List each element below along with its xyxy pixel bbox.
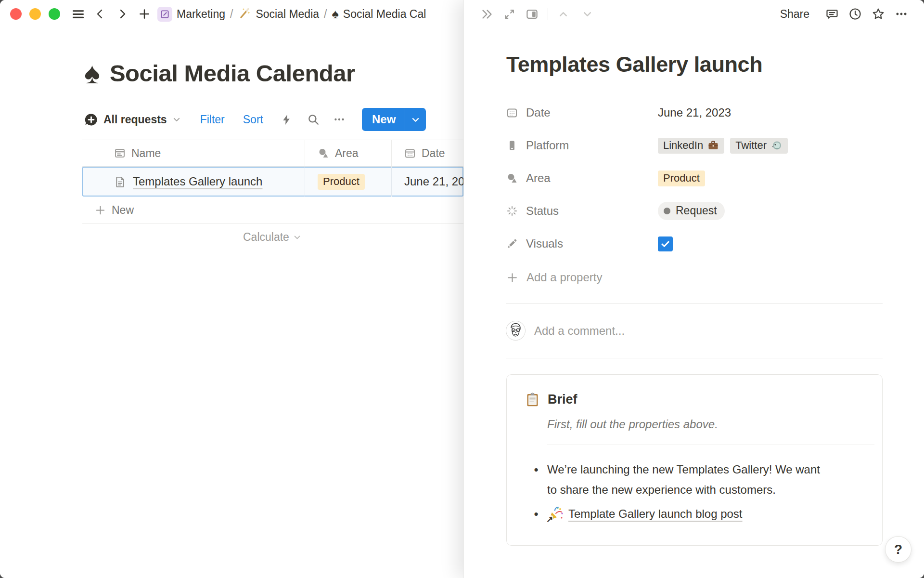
sidebar-menu-icon[interactable] — [69, 5, 87, 23]
status-dot — [664, 208, 670, 214]
nav-forward-icon[interactable] — [113, 5, 131, 23]
property-value-area[interactable]: Product — [658, 171, 705, 186]
bullet-item[interactable]: • ↗ Template Gallery launch blog post — [525, 504, 870, 524]
updates-clock-icon[interactable] — [846, 5, 864, 23]
cell-area[interactable]: Product — [305, 167, 392, 197]
property-row-area: Area Product — [506, 162, 883, 195]
property-label-date[interactable]: Date — [506, 106, 658, 119]
column-header-name[interactable]: Name — [82, 140, 305, 166]
page-title-row: ♠ Social Media Calendar — [84, 58, 463, 88]
side-peek-toggle-icon[interactable] — [523, 5, 541, 23]
chevron-down-icon — [293, 233, 301, 241]
column-header-date[interactable]: Date — [392, 140, 463, 166]
column-label: Area — [335, 147, 359, 160]
more-options-icon[interactable] — [333, 113, 346, 126]
property-label-platform[interactable]: Platform — [506, 139, 658, 152]
calculate-label: Calculate — [243, 231, 289, 244]
page-more-options-icon[interactable] — [892, 5, 911, 23]
property-label: Platform — [526, 139, 569, 152]
brief-callout-card: Brief First, fill out the properties abo… — [506, 374, 883, 546]
table-row-templates-gallery-launch[interactable]: Templates Gallery launch Product June 21… — [82, 167, 463, 197]
automations-bolt-icon[interactable] — [281, 114, 293, 126]
breadcrumb-label: Marketing — [177, 8, 225, 21]
brief-title[interactable]: Brief — [548, 392, 578, 407]
new-button-dropdown[interactable] — [405, 108, 426, 131]
property-label: Status — [526, 204, 559, 218]
new-button-group: New — [362, 108, 426, 131]
property-value-date[interactable]: June 21, 2023 — [658, 106, 731, 119]
peek-page-title[interactable]: Templates Gallery launch — [506, 52, 883, 77]
column-label: Name — [131, 147, 161, 160]
page-title[interactable]: Social Media Calendar — [110, 60, 355, 87]
requests-view-icon — [84, 113, 98, 127]
phone-icon — [506, 140, 518, 151]
cell-date[interactable]: June 21, 2023 — [392, 167, 463, 197]
page-icon — [114, 176, 126, 188]
page-peek-panel: Share Templates Gallery launch — [463, 0, 924, 578]
peek-toolbar-right: Share — [775, 5, 911, 23]
previous-page-icon[interactable] — [554, 5, 572, 23]
expand-full-page-icon[interactable] — [500, 5, 518, 23]
row-page-title[interactable]: Templates Gallery launch — [133, 175, 262, 188]
add-property-button[interactable]: Add a property — [506, 263, 883, 292]
column-header-area[interactable]: Area — [305, 140, 392, 166]
property-label-visuals[interactable]: Visuals — [506, 237, 658, 250]
chevron-down-icon — [411, 115, 420, 124]
brief-header: Brief — [525, 392, 870, 407]
property-label: Area — [526, 171, 551, 185]
platform-tag-twitter[interactable]: Twitter — [730, 138, 788, 154]
breadcrumb-item-social-media[interactable]: Social Media — [238, 6, 319, 22]
area-tag-product[interactable]: Product — [658, 171, 705, 186]
bird-icon — [771, 140, 783, 151]
visuals-checkbox-checked[interactable] — [658, 236, 673, 251]
close-peek-icon[interactable] — [477, 5, 496, 23]
select-property-icon — [318, 147, 329, 159]
blog-post-page-link[interactable]: Template Gallery launch blog post — [568, 504, 743, 524]
property-label-status[interactable]: Status — [506, 204, 658, 218]
minimize-window-button[interactable] — [29, 8, 41, 20]
property-value-status[interactable]: Request — [658, 202, 725, 220]
page-icon-spade[interactable]: ♠ — [84, 58, 100, 88]
breadcrumb-label: Social Media — [256, 8, 319, 21]
property-row-platform: Platform LinkedIn Twitter — [506, 129, 883, 162]
view-tab-all-requests[interactable]: All requests — [84, 113, 181, 127]
property-label: Visuals — [526, 237, 563, 250]
calculate-button[interactable]: Calculate — [243, 231, 301, 244]
cell-name[interactable]: Templates Gallery launch — [82, 167, 305, 197]
main-page: Marketing / Social Media / ♠ Social Medi… — [0, 0, 463, 578]
zoom-window-button[interactable] — [49, 8, 60, 20]
property-row-status: Status Request — [506, 195, 883, 227]
add-comment-row[interactable]: Add a comment... — [506, 304, 883, 358]
new-row-label: New — [112, 204, 134, 217]
check-icon — [660, 239, 670, 249]
favorite-star-icon[interactable] — [869, 5, 887, 23]
property-label-area[interactable]: Area — [506, 171, 658, 185]
new-page-icon[interactable] — [135, 5, 154, 23]
bullet-item[interactable]: • We’re launching the new Templates Gall… — [525, 460, 870, 500]
filter-button[interactable]: Filter — [200, 113, 225, 126]
property-value-platform[interactable]: LinkedIn Twitter — [658, 138, 788, 154]
property-value-visuals[interactable] — [658, 236, 673, 251]
share-button[interactable]: Share — [775, 6, 814, 23]
status-label: Request — [676, 204, 717, 217]
help-button[interactable]: ? — [886, 537, 911, 562]
search-icon[interactable] — [307, 113, 320, 126]
comments-icon[interactable] — [823, 5, 841, 23]
add-property-label: Add a property — [526, 271, 602, 284]
sort-button[interactable]: Sort — [243, 113, 263, 126]
table-new-row-button[interactable]: New — [82, 197, 463, 223]
breadcrumb-item-marketing[interactable]: Marketing — [157, 7, 225, 22]
new-button[interactable]: New — [362, 108, 405, 131]
status-spinner-icon — [506, 205, 518, 217]
close-window-button[interactable] — [10, 8, 22, 20]
area-tag-product[interactable]: Product — [318, 174, 365, 190]
breadcrumb-item-social-media-calendar[interactable]: ♠ Social Media Cal — [332, 8, 426, 21]
property-row-date: Date June 21, 2023 — [506, 96, 883, 129]
next-page-icon[interactable] — [578, 5, 596, 23]
memo-icon — [157, 7, 172, 22]
brief-hint-text[interactable]: First, fill out the properties above. — [547, 418, 870, 431]
status-pill[interactable]: Request — [658, 202, 725, 220]
window-toolbar: Marketing / Social Media / ♠ Social Medi… — [0, 0, 463, 28]
nav-back-icon[interactable] — [91, 5, 109, 23]
platform-tag-linkedin[interactable]: LinkedIn — [658, 138, 724, 154]
